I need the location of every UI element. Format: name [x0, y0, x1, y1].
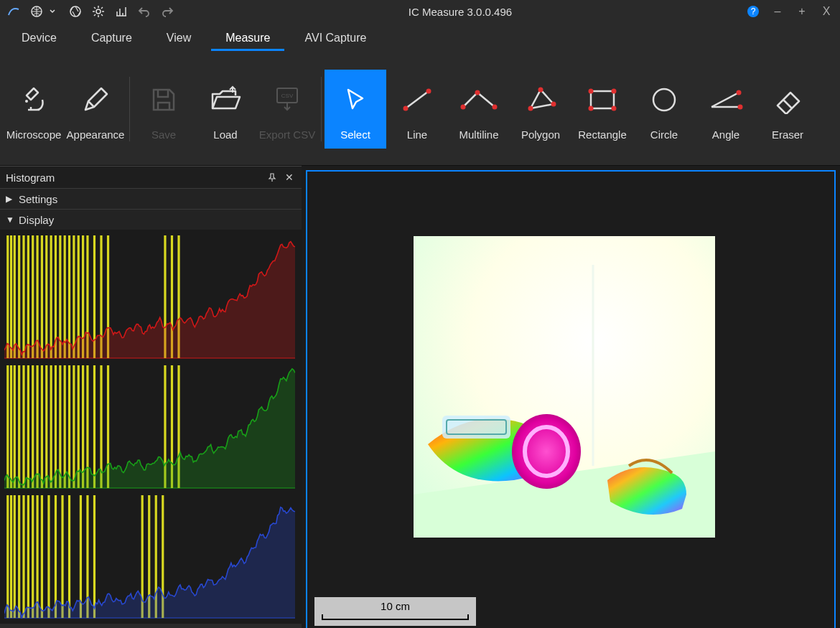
histogram-green [4, 364, 295, 489]
aperture-icon[interactable] [69, 5, 82, 18]
svg-point-32 [737, 90, 742, 95]
image-canvas[interactable]: 10 cm [306, 170, 836, 628]
window-title: IC Measure 3.0.0.496 [174, 6, 747, 18]
dropdown-icon[interactable] [46, 5, 59, 18]
tool-angle[interactable]: Angle [695, 70, 757, 149]
svg-rect-101 [61, 495, 63, 618]
svg-point-19 [461, 104, 466, 109]
collapse-icon: ▶ [6, 194, 14, 204]
svg-rect-66 [18, 365, 20, 488]
globe-icon[interactable] [30, 5, 43, 18]
tool-rectangle[interactable]: Rectangle [571, 70, 633, 149]
svg-rect-105 [93, 495, 95, 618]
svg-rect-75 [59, 365, 61, 488]
minimize-button[interactable]: – [771, 5, 784, 18]
histogram-blue [4, 494, 295, 619]
pencil-icon [66, 78, 125, 121]
svg-rect-100 [55, 495, 57, 618]
scale-label: 10 cm [314, 600, 476, 612]
svg-rect-96 [32, 495, 34, 618]
tool-line[interactable]: Line [386, 70, 448, 149]
tool-label: Export CSV [259, 128, 315, 141]
svg-point-25 [551, 101, 556, 106]
svg-point-21 [493, 104, 498, 109]
svg-point-18 [426, 88, 431, 93]
tool-label: Rectangle [578, 128, 627, 141]
svg-rect-51 [73, 235, 75, 358]
svg-point-1 [70, 6, 80, 17]
svg-rect-72 [45, 365, 47, 488]
svg-point-27 [589, 88, 594, 93]
tool-appearance[interactable]: Appearance [65, 70, 126, 149]
undo-icon[interactable] [138, 5, 151, 18]
histogram-red [4, 234, 295, 360]
close-button[interactable]: X [820, 5, 833, 18]
svg-text:?: ? [751, 6, 756, 17]
tool-label: Select [340, 128, 370, 141]
svg-rect-99 [47, 495, 50, 618]
svg-point-33 [738, 104, 743, 109]
image-content [414, 236, 715, 538]
section-settings[interactable]: ▶ Settings [0, 188, 302, 209]
tool-label: Appearance [67, 128, 125, 141]
tool-export-csv: CSV Export CSV [256, 70, 318, 149]
help-icon[interactable]: ? [747, 5, 760, 18]
svg-rect-36 [6, 235, 9, 358]
svg-rect-78 [73, 365, 75, 488]
tool-microscope[interactable]: Microscope [3, 70, 65, 149]
svg-rect-45 [45, 235, 47, 358]
scale-bar: 10 cm [314, 597, 476, 626]
tool-polygon[interactable]: Polygon [510, 70, 571, 149]
ribbon: Microscope Appearance Save Load CSV Expo… [0, 55, 840, 166]
tool-save: Save [133, 70, 195, 149]
multiline-icon [449, 78, 508, 121]
tool-label: Circle [650, 128, 678, 141]
section-display[interactable]: ▼ Display [0, 209, 302, 230]
svg-point-17 [403, 106, 409, 111]
menu-view[interactable]: View [152, 27, 205, 51]
ribbon-separator [321, 77, 322, 141]
panel-close-icon[interactable]: ✕ [283, 171, 296, 184]
svg-rect-44 [41, 235, 43, 358]
svg-rect-65 [14, 365, 16, 488]
svg-rect-80 [82, 365, 84, 488]
redo-icon[interactable] [161, 5, 174, 18]
svg-rect-94 [22, 495, 24, 618]
svg-rect-64 [10, 365, 12, 488]
tool-multiline[interactable]: Multiline [448, 70, 510, 149]
svg-rect-50 [68, 235, 70, 358]
chart-icon[interactable] [115, 5, 128, 18]
svg-point-2 [96, 9, 101, 14]
tool-eraser[interactable]: Eraser [757, 70, 818, 149]
svg-rect-46 [50, 235, 52, 358]
svg-line-9 [94, 14, 95, 16]
gear-icon[interactable] [92, 5, 105, 18]
tool-circle[interactable]: Circle [633, 70, 695, 149]
quick-access-toolbar [7, 5, 174, 18]
histogram-panel: Histogram ✕ ▶ Settings ▼ Display [0, 166, 302, 628]
svg-rect-114 [442, 416, 510, 439]
tool-label: Angle [712, 128, 739, 141]
svg-rect-98 [41, 495, 43, 618]
tool-select[interactable]: Select [325, 70, 386, 149]
svg-rect-74 [55, 365, 57, 488]
tool-label: Multiline [459, 128, 498, 141]
svg-rect-63 [6, 365, 9, 488]
menu-avi-capture[interactable]: AVI Capture [290, 27, 381, 51]
menu-device[interactable]: Device [7, 27, 71, 51]
angle-icon [696, 78, 755, 121]
pin-icon[interactable] [266, 171, 279, 184]
menu-measure[interactable]: Measure [211, 27, 284, 51]
svg-rect-40 [22, 235, 24, 358]
tool-label: Eraser [772, 128, 803, 141]
maximize-button[interactable]: + [795, 5, 808, 18]
svg-rect-76 [64, 365, 66, 488]
svg-point-29 [589, 106, 594, 111]
menu-capture[interactable]: Capture [77, 27, 146, 51]
svg-point-13 [25, 100, 28, 103]
tool-label: Line [407, 128, 427, 141]
svg-marker-22 [531, 90, 554, 108]
svg-rect-26 [591, 91, 614, 108]
tool-load[interactable]: Load [195, 70, 256, 149]
svg-rect-38 [14, 235, 16, 358]
